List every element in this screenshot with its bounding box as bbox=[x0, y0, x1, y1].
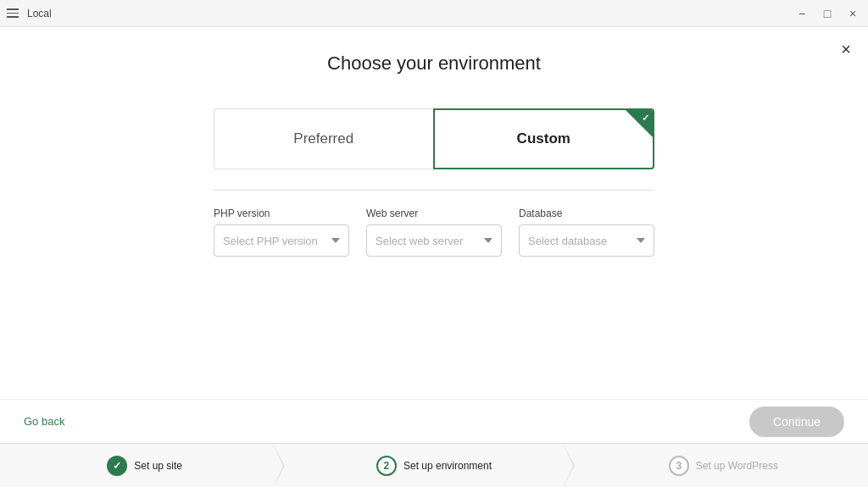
php-version-label: PHP version bbox=[214, 208, 349, 219]
database-field: Database Select database bbox=[519, 208, 654, 257]
dialog-close-button[interactable]: × bbox=[841, 41, 851, 58]
continue-button[interactable]: Continue bbox=[749, 407, 844, 437]
app-title: Local bbox=[27, 8, 52, 19]
php-version-placeholder: Select PHP version bbox=[223, 235, 318, 247]
step-setup-site: ✓ Set up site bbox=[0, 456, 289, 476]
minimize-button[interactable]: − bbox=[793, 5, 810, 22]
step-2-separator-icon bbox=[563, 444, 580, 488]
dialog-title: Choose your environment bbox=[0, 53, 868, 75]
web-server-label: Web server bbox=[366, 208, 502, 219]
card-preferred-label: Preferred bbox=[293, 130, 353, 147]
card-selected-indicator bbox=[626, 110, 653, 137]
step-2-label: Set up environment bbox=[403, 460, 492, 472]
titlebar: Local − □ × bbox=[0, 0, 868, 27]
choice-cards: Preferred Custom bbox=[214, 108, 654, 169]
card-custom[interactable]: Custom bbox=[433, 108, 655, 169]
php-version-select[interactable]: Select PHP version bbox=[214, 224, 349, 257]
database-placeholder: Select database bbox=[528, 235, 607, 247]
step-3-label: Set up WordPress bbox=[696, 460, 778, 472]
web-server-select[interactable]: Select web server bbox=[366, 224, 502, 257]
database-label: Database bbox=[519, 208, 654, 219]
step-2-circle: 2 bbox=[376, 456, 397, 476]
maximize-button[interactable]: □ bbox=[819, 5, 836, 22]
php-version-field: PHP version Select PHP version bbox=[214, 208, 349, 257]
form-row: PHP version Select PHP version Web serve… bbox=[214, 208, 654, 257]
hamburger-icon[interactable] bbox=[7, 8, 19, 18]
titlebar-close-button[interactable]: × bbox=[844, 5, 861, 22]
step-setup-wordpress: 3 Set up WordPress bbox=[579, 456, 868, 476]
dialog-footer: Go back Continue bbox=[0, 399, 868, 443]
card-preferred[interactable]: Preferred bbox=[214, 108, 433, 169]
dialog-header: Choose your environment bbox=[0, 27, 868, 75]
go-back-button[interactable]: Go back bbox=[24, 415, 64, 428]
step-1-separator-icon bbox=[273, 444, 290, 488]
step-3-circle: 3 bbox=[669, 456, 689, 476]
section-divider bbox=[214, 190, 654, 191]
card-custom-label: Custom bbox=[517, 130, 570, 147]
step-1-label: Set up site bbox=[134, 460, 182, 472]
svg-marker-1 bbox=[273, 444, 283, 488]
steps-bar: ✓ Set up site 2 Set up environment 3 Set… bbox=[0, 443, 868, 487]
choice-area: Preferred Custom PHP version Select PHP … bbox=[0, 75, 868, 399]
main-window: × Choose your environment Preferred Cust… bbox=[0, 27, 868, 443]
step-1-circle: ✓ bbox=[107, 456, 127, 476]
php-version-chevron-icon bbox=[331, 238, 340, 243]
svg-marker-3 bbox=[563, 444, 573, 488]
titlebar-left: Local bbox=[7, 8, 52, 19]
web-server-chevron-icon bbox=[484, 238, 492, 243]
step-setup-environment: 2 Set up environment bbox=[289, 456, 578, 476]
web-server-field: Web server Select web server bbox=[366, 208, 502, 257]
titlebar-controls: − □ × bbox=[793, 5, 861, 22]
database-select[interactable]: Select database bbox=[519, 224, 654, 257]
web-server-placeholder: Select web server bbox=[376, 235, 463, 247]
database-chevron-icon bbox=[637, 238, 645, 243]
